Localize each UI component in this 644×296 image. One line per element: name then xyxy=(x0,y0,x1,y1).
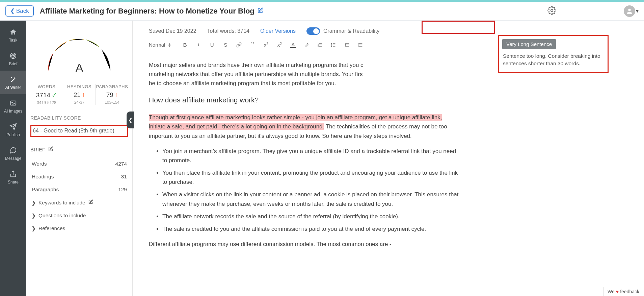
outdent-button[interactable] xyxy=(344,42,350,48)
grammar-tooltip: Very Long Sentence Sentence too long. Co… xyxy=(498,35,609,73)
stat-words: WORDS 3714✓ 3419-5128 xyxy=(30,84,63,105)
back-label: Back xyxy=(16,8,29,15)
saved-label: Saved Dec 19 2022 xyxy=(149,28,196,34)
paragraph: Most major sellers and brands have their… xyxy=(149,60,459,88)
sidebar: A WORDS 3714✓ 3419-5128 HEADINGS 21↑ 24-… xyxy=(26,21,133,296)
references-row[interactable]: ❯ References xyxy=(30,222,128,235)
chevron-right-icon: ❯ xyxy=(32,226,36,231)
bullet-list: You join a merchant's affiliate program.… xyxy=(162,147,459,234)
nav-ai-images[interactable]: AI Images xyxy=(0,94,26,118)
italic-button[interactable]: I xyxy=(195,42,202,48)
unordered-list-button[interactable] xyxy=(330,42,337,48)
superscript-button[interactable]: x2 xyxy=(276,42,283,48)
paragraph: Different affiliate programs may use dif… xyxy=(149,240,459,249)
brief-words: Words4274 xyxy=(30,157,128,170)
subscript-button[interactable]: x2 xyxy=(263,42,269,48)
updown-icon: ▲▼ xyxy=(168,43,171,47)
list-item: You join a merchant's affiliate program.… xyxy=(162,147,459,165)
svg-point-19 xyxy=(331,46,332,47)
editor-pane: Saved Dec 19 2022 Total words: 3714 Olde… xyxy=(133,21,644,296)
svg-point-0 xyxy=(551,9,553,11)
stat-headings: HEADINGS 21↑ 24-37 xyxy=(63,84,96,105)
questions-row[interactable]: ❯ Questions to include xyxy=(30,209,128,222)
arrow-up-icon: ↑ xyxy=(82,91,85,99)
score-gauge: A xyxy=(41,27,118,75)
readability-score: 64 - Good to Read (8th-9th grade) xyxy=(30,125,128,137)
stats-row: WORDS 3714✓ 3419-5128 HEADINGS 21↑ 24-37… xyxy=(30,81,128,105)
bold-button[interactable]: B xyxy=(182,42,188,48)
svg-point-17 xyxy=(331,43,332,44)
ordered-list-button[interactable]: 123 xyxy=(317,42,323,48)
tooltip-body: Sentence too long. Consider breaking int… xyxy=(499,52,608,67)
nav-task[interactable]: Task xyxy=(0,23,26,47)
underline-button[interactable]: U xyxy=(209,42,215,48)
brief-paragraphs: Paragraphs129 xyxy=(30,183,128,196)
collapse-sidebar-button[interactable]: ❮ xyxy=(127,112,134,128)
header: ❮ Back Affiliate Marketing for Beginners… xyxy=(0,2,644,21)
home-icon xyxy=(9,28,18,36)
format-select[interactable]: Normal ▲▼ xyxy=(149,42,171,48)
link-button[interactable] xyxy=(236,42,242,48)
nav-publish[interactable]: Publish xyxy=(0,118,26,142)
image-icon xyxy=(9,99,18,107)
chevron-right-icon: ❯ xyxy=(32,200,36,205)
avatar-icon xyxy=(624,5,635,17)
brief-headings: Headings31 xyxy=(30,170,128,183)
nav-share[interactable]: Share xyxy=(0,165,26,189)
settings-icon[interactable] xyxy=(547,6,556,16)
indent-button[interactable] xyxy=(357,42,364,48)
back-button[interactable]: ❮ Back xyxy=(5,5,34,17)
side-nav: Task Brief AI Writer AI Images Publish M… xyxy=(0,21,26,296)
editor-top-bar: Saved Dec 19 2022 Total words: 3714 Olde… xyxy=(149,27,630,35)
magic-wand-icon xyxy=(9,75,18,84)
readability-label: READABILITY SCORE xyxy=(30,115,128,121)
nav-message[interactable]: Message xyxy=(0,142,26,165)
heart-icon: ♥ xyxy=(616,289,619,294)
edit-keywords-icon[interactable] xyxy=(88,199,93,206)
nav-ai-writer[interactable]: AI Writer xyxy=(0,71,26,94)
svg-point-18 xyxy=(331,45,332,45)
nav-brief[interactable]: Brief xyxy=(0,47,26,71)
list-item: The sale is credited to you and the affi… xyxy=(162,224,459,233)
older-versions-link[interactable]: Older Versions xyxy=(260,28,296,34)
page-title: Affiliate Marketing for Beginners: How t… xyxy=(40,7,254,16)
edit-brief-icon[interactable] xyxy=(48,146,53,153)
stat-paragraphs: PARAGRAPHS 79↑ 103-154 xyxy=(96,84,128,105)
feedback-tab[interactable]: We ♥ feedback xyxy=(603,287,644,296)
chevron-right-icon: ❯ xyxy=(32,213,36,218)
target-icon xyxy=(9,51,18,60)
grammar-toggle-label: Grammar & Readability xyxy=(323,28,379,34)
svg-point-4 xyxy=(13,55,14,56)
grade-letter: A xyxy=(76,61,83,74)
list-item: When a visitor clicks on the link in you… xyxy=(162,190,459,208)
editor-content[interactable]: Most major sellers and brands have their… xyxy=(149,60,459,249)
list-item: You then place this affiliate link in yo… xyxy=(162,168,459,187)
caret-down-icon: ▾ xyxy=(636,8,639,14)
keywords-row[interactable]: ❯ Keywords to include xyxy=(30,196,128,209)
list-item: The affiliate network records the sale a… xyxy=(162,212,459,221)
grammar-toggle-wrap: Grammar & Readability xyxy=(306,27,379,35)
edit-title-icon[interactable] xyxy=(257,7,263,15)
strikethrough-button[interactable]: S xyxy=(222,42,229,48)
heading: How does affiliate marketing work? xyxy=(149,94,459,106)
highlight-box xyxy=(422,21,495,34)
svg-point-1 xyxy=(628,8,630,11)
paragraph: Though at first glance affiliate marketi… xyxy=(149,113,459,141)
send-icon xyxy=(9,122,18,131)
total-words-label: Total words: 3714 xyxy=(207,28,249,34)
arrow-up-icon: ↑ xyxy=(115,91,118,99)
brief-section-head: BRIEF xyxy=(30,146,128,153)
svg-point-6 xyxy=(12,102,13,103)
chat-icon xyxy=(9,146,18,155)
quote-button[interactable]: ” xyxy=(249,41,256,49)
text-color-button[interactable]: A xyxy=(290,42,296,48)
chevron-left-icon: ❮ xyxy=(10,7,15,15)
check-icon: ✓ xyxy=(52,91,57,99)
user-menu[interactable]: ▾ xyxy=(624,5,639,17)
highlight-button[interactable] xyxy=(303,42,310,48)
grammar-toggle[interactable] xyxy=(306,27,320,35)
tooltip-head: Very Long Sentence xyxy=(502,39,556,49)
svg-text:3: 3 xyxy=(318,45,319,47)
share-icon xyxy=(9,170,18,178)
chevron-left-icon: ❮ xyxy=(128,117,133,123)
